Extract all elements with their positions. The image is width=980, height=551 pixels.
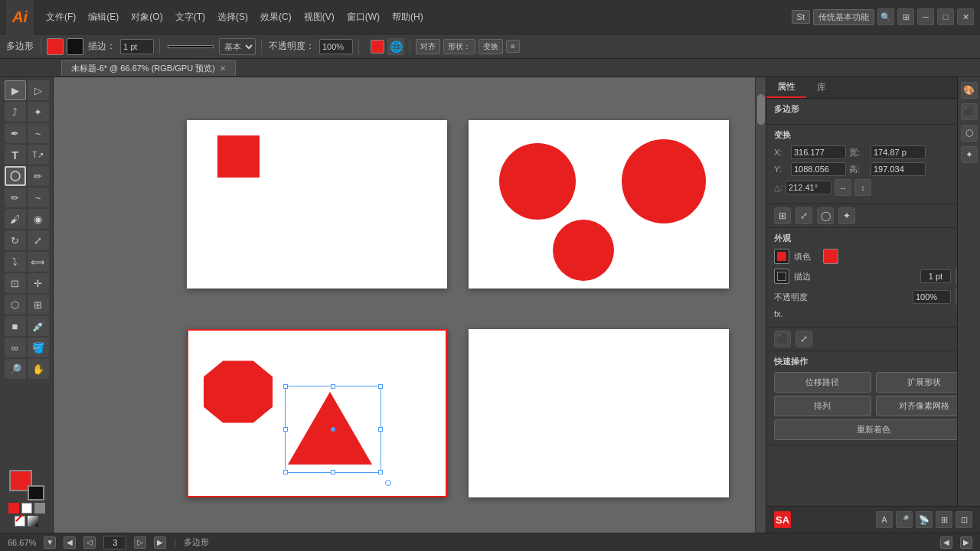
menu-view[interactable]: 视图(V) (298, 8, 341, 27)
y-input[interactable] (791, 162, 846, 176)
puppet-warp-tool[interactable]: ✛ (28, 273, 49, 293)
workspace-btn[interactable]: 传统基本功能 (813, 9, 874, 25)
opacity-input[interactable] (319, 39, 353, 54)
eyedropper-tool[interactable]: 💉 (28, 316, 49, 336)
panel-tab-properties[interactable]: 属性 (766, 77, 806, 98)
background-color[interactable] (28, 485, 44, 500)
curvature-tool[interactable]: ~ (28, 123, 49, 143)
ws-icon-3[interactable]: 📡 (916, 511, 933, 528)
panel-tab-library[interactable]: 库 (806, 77, 837, 98)
angle-input[interactable] (786, 181, 831, 194)
arrange-panel-btn[interactable]: ≡ (506, 40, 520, 53)
pencil-tool[interactable]: ✏ (5, 187, 26, 207)
gray-swatch[interactable] (34, 503, 45, 514)
ws-icon-5[interactable]: ⊡ (956, 511, 972, 528)
bridge-btn[interactable]: St (792, 10, 810, 24)
next-page-btn2[interactable]: ▶ (154, 536, 166, 549)
panel-icon-layers[interactable]: ⬛ (961, 103, 978, 120)
zoom-tool[interactable]: 🔎 (5, 359, 26, 379)
circle-icon[interactable]: ◯ (817, 207, 834, 224)
shaper-tool[interactable]: ✏ (28, 166, 49, 186)
artboard-3[interactable] (187, 329, 447, 497)
ws-icon-2[interactable]: 🎤 (896, 511, 913, 528)
h-input[interactable] (871, 162, 926, 176)
blob-brush-tool[interactable]: ◉ (28, 209, 49, 229)
circle-large-left[interactable] (499, 143, 576, 220)
live-paint-tool[interactable]: 🪣 (28, 337, 49, 357)
zoom-dropdown-btn[interactable]: ▼ (44, 536, 56, 549)
prev-page-btn[interactable]: ◀ (64, 536, 76, 549)
free-transform-tool[interactable]: ⊡ (5, 273, 26, 293)
panel-icon-cc-libraries[interactable]: ✦ (961, 146, 978, 163)
expand-icon[interactable]: ⤢ (795, 207, 812, 224)
v-scrollbar[interactable] (755, 77, 766, 533)
rotation-handle[interactable] (385, 480, 391, 486)
align-btn[interactable]: 对齐 (416, 39, 440, 54)
none-swatch[interactable] (15, 516, 25, 527)
x-input[interactable] (791, 145, 846, 159)
circle-large-right[interactable] (622, 139, 706, 223)
scale-tool[interactable]: ⤢ (28, 230, 49, 250)
panel-icon-assets[interactable]: ⬡ (961, 125, 978, 142)
ellipse-tool[interactable] (5, 166, 26, 186)
stroke-style-select[interactable]: 基本 (219, 38, 256, 55)
stroke-weight-input[interactable] (920, 269, 951, 283)
shape-btn[interactable]: 形状： (443, 39, 475, 54)
search-btn[interactable]: 🔍 (877, 8, 894, 25)
red-swatch[interactable] (8, 503, 19, 514)
canvas-nav-right[interactable]: ▶ (960, 536, 972, 549)
canvas-area[interactable] (54, 77, 755, 533)
prev-page-btn2[interactable]: ◁ (83, 536, 96, 549)
warp-tool[interactable]: ⤵ (5, 252, 26, 272)
link-icon-btn[interactable]: ⤢ (795, 331, 812, 347)
artboard-2[interactable] (469, 120, 729, 289)
artboard-4[interactable] (469, 329, 729, 497)
arrange-btn[interactable]: ⊞ (897, 8, 914, 25)
ws-icon-1[interactable]: A (876, 511, 893, 528)
magic-wand-tool[interactable]: ✦ (28, 102, 49, 122)
paintbrush-tool[interactable]: 🖌 (5, 209, 26, 229)
flip-h-btn[interactable]: ↔ (835, 179, 851, 196)
style-swatch[interactable] (371, 40, 384, 54)
pen-tool[interactable]: ✒ (5, 123, 26, 143)
menu-edit[interactable]: 编辑(E) (82, 8, 125, 27)
blend-tool[interactable]: ∞ (5, 337, 26, 357)
transform-grid-icon[interactable]: ⊞ (774, 207, 791, 224)
menu-object[interactable]: 对象(O) (125, 8, 168, 27)
menu-text[interactable]: 文字(T) (169, 8, 211, 27)
ws-icon-4[interactable]: ⊞ (936, 511, 952, 528)
maximize-btn[interactable]: □ (937, 8, 954, 25)
stroke-color-swatch[interactable] (67, 38, 83, 55)
type-tool[interactable]: T (5, 145, 26, 165)
direct-selection-tool[interactable]: ▷ (28, 80, 49, 100)
stroke-input[interactable] (120, 39, 154, 54)
menu-file[interactable]: 文件(F) (40, 8, 82, 27)
rotate-tool[interactable]: ↻ (5, 230, 26, 250)
offset-path-btn[interactable]: 位移路径 (774, 372, 871, 393)
hand-tool[interactable]: ✋ (28, 359, 49, 379)
layers-icon-btn[interactable]: ⬛ (774, 331, 791, 347)
fill-color-swatch[interactable] (47, 38, 64, 55)
next-page-btn[interactable]: ▷ (134, 536, 146, 549)
panel-icon-appearance[interactable]: 🎨 (961, 82, 978, 99)
opacity-value-input[interactable] (913, 290, 951, 304)
menu-help[interactable]: 帮助(H) (386, 8, 430, 27)
fill-color-preview[interactable] (823, 249, 838, 264)
perspective-grid-tool[interactable]: ⬡ (5, 295, 26, 315)
gradient-swatch[interactable] (28, 516, 38, 527)
fx-panel-icon[interactable]: ✦ (838, 207, 855, 224)
red-square-shape[interactable] (217, 135, 260, 178)
arrange-btn-panel[interactable]: 排列 (774, 396, 871, 416)
selection-tool[interactable]: ▶ (5, 80, 26, 100)
circle-medium-bottom[interactable] (553, 220, 614, 281)
transform-btn[interactable]: 变换 (479, 39, 503, 54)
menu-select[interactable]: 选择(S) (211, 8, 254, 27)
recolor-btn[interactable]: 重新着色 (774, 419, 972, 440)
white-swatch[interactable] (21, 503, 32, 514)
menu-window[interactable]: 窗口(W) (341, 8, 386, 27)
lasso-tool[interactable]: ⤴ (5, 102, 26, 122)
artboard-1[interactable] (187, 120, 447, 289)
menu-effect[interactable]: 效果(C) (254, 8, 298, 27)
canvas-nav-left[interactable]: ◀ (940, 536, 952, 549)
gradient-tool[interactable]: ■ (5, 316, 26, 336)
